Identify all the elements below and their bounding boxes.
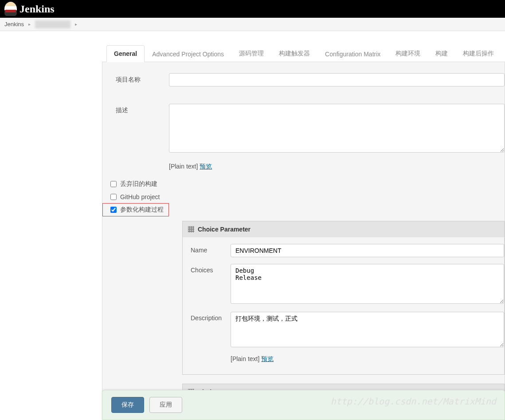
jenkins-logo-icon	[4, 2, 17, 16]
bottom-action-bar: 保存 应用	[102, 390, 505, 420]
logo[interactable]: Jenkins	[4, 2, 55, 16]
tab-post-build[interactable]: 构建后操作	[455, 45, 501, 62]
param-description-textarea[interactable]: 打包环境，测试，正式	[231, 312, 504, 347]
content-area: General Advanced Project Options 源码管理 构建…	[102, 31, 505, 420]
description-textarea[interactable]	[169, 104, 505, 153]
tab-build-triggers[interactable]: 构建触发器	[271, 45, 317, 62]
param-description-help: [Plain text] 预览	[183, 355, 504, 368]
project-name-input[interactable]	[169, 73, 505, 86]
param-choices-label: Choices	[191, 264, 231, 305]
discard-old-label: 丢弃旧的构建	[120, 180, 157, 188]
tab-configuration-matrix[interactable]: Configuration Matrix	[317, 46, 388, 62]
parameter-header: Choice Parameter	[183, 221, 504, 237]
param-name-label: Name	[191, 244, 231, 257]
param-name-input[interactable]	[231, 244, 504, 257]
tab-build-environment[interactable]: 构建环境	[388, 45, 428, 62]
checkbox-discard-old[interactable]: 丢弃旧的构建	[102, 177, 505, 191]
preview-link[interactable]: 预览	[200, 163, 212, 170]
drag-handle-icon[interactable]	[188, 226, 194, 232]
github-project-label: GitHub project	[120, 193, 160, 200]
param-description-label: Description	[191, 312, 231, 349]
tab-advanced-project-options[interactable]: Advanced Project Options	[145, 46, 231, 62]
parameterized-checkbox[interactable]	[110, 207, 117, 213]
config-tabs: General Advanced Project Options 源码管理 构建…	[102, 44, 505, 62]
preview-link[interactable]: 预览	[261, 355, 274, 362]
tab-source-code[interactable]: 源码管理	[231, 45, 271, 62]
description-help: [Plain text] 预览	[169, 163, 212, 171]
description-label: 描述	[116, 104, 169, 154]
chevron-right-icon: ▸	[28, 22, 31, 27]
tab-build[interactable]: 构建	[428, 45, 455, 62]
tab-general[interactable]: General	[106, 45, 145, 62]
github-project-checkbox[interactable]	[110, 194, 117, 200]
checkbox-parameterized[interactable]: 参数化构建过程	[102, 203, 169, 216]
parameterized-label: 参数化构建过程	[120, 206, 164, 214]
breadcrumb-root[interactable]: Jenkins	[4, 21, 24, 27]
chevron-right-icon: ▸	[75, 22, 77, 27]
breadcrumb: Jenkins ▸ ▸	[0, 18, 505, 31]
header: Jenkins	[0, 0, 505, 18]
form-panel: 项目名称 描述 [Plain text	[102, 62, 505, 420]
apply-button[interactable]: 应用	[149, 397, 182, 413]
discard-old-checkbox[interactable]	[110, 181, 117, 187]
breadcrumb-item-redacted[interactable]	[35, 20, 70, 28]
project-name-label: 项目名称	[116, 73, 169, 95]
parameter-block: Choice Parameter Name Choices	[182, 221, 505, 375]
checkbox-github-project[interactable]: GitHub project	[102, 191, 505, 203]
param-choices-textarea[interactable]: Debug Release	[231, 264, 504, 304]
logo-text: Jenkins	[20, 3, 55, 15]
left-sidebar	[0, 31, 102, 420]
parameter-type-label: Choice Parameter	[198, 226, 251, 233]
save-button[interactable]: 保存	[111, 397, 144, 413]
